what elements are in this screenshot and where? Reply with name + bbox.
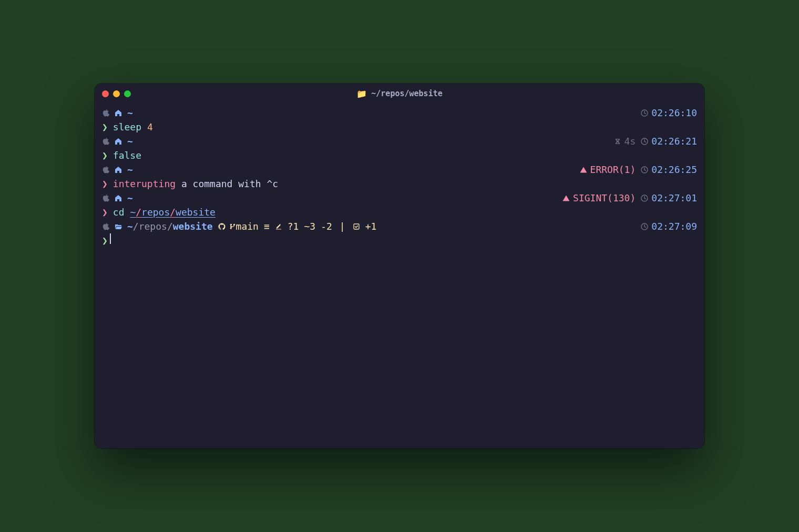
git-stash: +1	[365, 219, 377, 233]
cursor	[110, 233, 111, 244]
titlebar: 📁 ~/repos/website	[95, 84, 704, 104]
prompt-caret: ❯	[102, 233, 108, 248]
hourglass-icon	[614, 134, 621, 148]
prompt-caret: ❯	[102, 205, 108, 219]
clock-icon	[641, 219, 648, 233]
terminal-body[interactable]: ~ 02:26:10 ❯ sleep 4 ~ 4s	[95, 104, 704, 448]
apple-icon	[102, 219, 109, 233]
pen-icon	[275, 219, 282, 233]
github-icon	[218, 219, 226, 233]
command-line: ❯ sleep 4	[102, 120, 153, 134]
clock-icon	[641, 191, 648, 205]
apple-icon	[102, 162, 109, 177]
cwd: ~	[127, 162, 133, 177]
terminal-window: 📁 ~/repos/website ~ 02:26:10 ❯ sleep 4	[95, 84, 704, 448]
git-separator: |	[340, 219, 345, 233]
cwd: ~	[127, 191, 133, 205]
warning-icon	[580, 162, 587, 177]
apple-icon	[102, 134, 109, 148]
git-modified: ~3	[304, 219, 315, 233]
timestamp: 02:26:25	[651, 162, 697, 177]
apple-icon	[102, 191, 109, 205]
stash-icon	[353, 219, 360, 233]
timestamp: 02:27:01	[651, 191, 697, 205]
zoom-button[interactable]	[124, 90, 131, 97]
clock-icon	[641, 106, 648, 120]
command-line: ❯ cd ~/repos/website	[102, 205, 216, 219]
apple-icon	[102, 106, 109, 120]
git-branch: main	[236, 219, 259, 233]
prompt-line[interactable]: ❯	[102, 233, 111, 248]
command-line: ❯ interupting a command with ^c	[102, 177, 278, 191]
minimize-button[interactable]	[113, 90, 120, 97]
timestamp: 02:26:10	[651, 106, 697, 120]
window-title: ~/repos/website	[371, 89, 442, 98]
cwd-path: ~/repos/website	[127, 219, 213, 233]
clock-icon	[641, 162, 648, 177]
duration: 4s	[624, 134, 636, 148]
home-icon	[115, 162, 122, 177]
prompt-caret: ❯	[102, 148, 108, 162]
status-badge: ERROR(1)	[590, 162, 636, 177]
close-button[interactable]	[102, 90, 109, 97]
cwd: ~	[127, 106, 133, 120]
prompt-caret: ❯	[102, 177, 108, 191]
home-icon	[115, 191, 122, 205]
cwd: ~	[127, 134, 133, 148]
status-badge: SIGINT(130)	[573, 191, 636, 205]
folder-open-icon	[115, 219, 122, 233]
home-icon	[115, 106, 122, 120]
warning-icon	[562, 191, 570, 205]
branch-icon	[229, 219, 236, 233]
git-deleted: -2	[321, 219, 332, 233]
git-sync: ≡	[264, 219, 270, 233]
folder-icon: 📁	[356, 89, 367, 99]
window-controls	[102, 90, 131, 97]
home-icon	[115, 134, 122, 148]
command-line: ❯ false	[102, 148, 141, 162]
timestamp: 02:27:09	[651, 219, 697, 233]
prompt-caret: ❯	[102, 120, 108, 134]
clock-icon	[641, 134, 648, 148]
git-untracked: ?1	[288, 219, 299, 233]
timestamp: 02:26:21	[651, 134, 697, 148]
